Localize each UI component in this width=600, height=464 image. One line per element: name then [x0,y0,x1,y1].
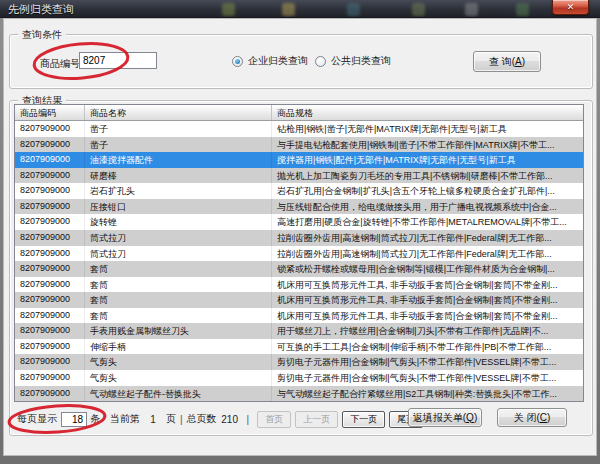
cell-code: 8207909000 [15,152,85,168]
table-row[interactable]: 8207909000油漆搅拌器配件搅拌器用|钢铁|配件|无部件|MATRIX牌|… [15,152,583,168]
table-row[interactable]: 8207909000筒式拉刀拉削齿圈外齿用|高速钢制|筒式拉刀|无工作部件|Fe… [15,246,583,262]
cell-code: 8207909000 [15,183,85,199]
product-code-input[interactable] [79,52,157,69]
radio-selected-icon[interactable] [232,56,243,67]
table-row[interactable]: 8207909000旋转锉高速打磨用|硬质合金|旋转锉|不带工作部件|METAL… [15,214,583,230]
table-row[interactable]: 8207909000套筒机床用可互换筒形元件工具, 非手动扳手套筒|合金钢制|套… [15,292,583,308]
background-app-icon [222,3,235,16]
cell-spec: 钻枪用|钢铁|凿子|无部件|MATRIX牌|无部件|无型号|新工具 [272,121,583,137]
table-row[interactable]: 8207909000套筒机床用可互换筒形元件工具, 非手动扳手套筒|合金钢制|套… [15,277,583,293]
close-button-label-end: ) [547,412,550,423]
dialog-body: 查询条件 商品编号 企业归类查询 公共归类查询 查 询(A) 查询结果 商品编码… [3,18,597,456]
next-page-button[interactable]: 下一页 [342,411,385,428]
table-body: 8207909000凿子钻枪用|钢铁|凿子|无部件|MATRIX牌|无部件|无型… [15,121,583,401]
table-row[interactable]: 8207909000凿子与手提电钻枪配套使用|钢铁制|凿子|不带工作部件|MAT… [15,137,583,153]
radio-unselected-icon[interactable] [315,56,326,67]
current-page-number: 1 [140,414,166,425]
total-pages-number: 210 [217,414,243,425]
background-app-icon [347,3,360,16]
titlebar: 先例归类查询 ✕ [0,0,600,18]
cell-name: 筒式拉刀 [85,246,272,262]
cell-name: 气剪头 [85,354,272,370]
page-size-input[interactable] [61,412,87,427]
close-dialog-button[interactable]: 关 闭(C) [497,408,567,427]
close-button-label: 关 闭( [514,412,540,423]
cell-code: 8207909000 [15,277,85,293]
cell-name: 套筒 [85,292,272,308]
radio-enterprise-query[interactable]: 企业归类查询 [232,54,308,68]
table-row[interactable]: 8207909000伸缩手柄可互换的手工工具|合金钢制|伸缩手柄|不带工作部件|… [15,339,583,355]
table-header-row: 商品编码 商品名称 商品规格 [15,105,583,121]
cell-spec: 剪切电子元器件用|合金钢制|气剪头|不带工作部件|VESSEL牌|不带工... [272,370,583,386]
search-button-label: 查 询( [489,56,515,67]
cell-spec: 机床用可互换筒形元件工具, 非手动扳手套筒|合金钢制|套筒|不带金刚... [272,308,583,324]
search-button-label-end: ) [522,56,525,67]
cell-code: 8207909000 [15,137,85,153]
cell-name: 研磨棒 [85,168,272,184]
current-page-label: 当前第 [110,412,140,426]
cell-code: 8207909000 [15,339,85,355]
window-title: 先例归类查询 [8,2,74,17]
cell-name: 油漆搅拌器配件 [85,152,272,168]
table-row[interactable]: 8207909000研磨棒抛光机上加工陶瓷剪刀毛坯的专用工具|不锈钢制|研磨棒|… [15,168,583,184]
cell-spec: 高速打磨用|硬质合金|旋转锉|不带工作部件|METALREMOVAL牌|不带工.… [272,214,583,230]
product-code-label: 商品编号 [40,57,80,71]
table-row[interactable]: 8207909000压接钳口与压线钳配合使用，给电缆做接头用，用于广播电视视频系… [15,199,583,215]
radio-public-label: 公共归类查询 [331,54,391,68]
cell-spec: 抛光机上加工陶瓷剪刀毛坯的专用工具|不锈钢制|研磨棒|不带工作部... [272,168,583,184]
cell-code: 8207909000 [15,199,85,215]
cell-spec: 岩石扩孔用|合金钢制|扩孔头|含五个牙轮上镶多粒硬质合金扩孔部件|... [272,183,583,199]
cell-name: 旋转锉 [85,214,272,230]
separator: | [180,414,183,425]
backfill-declaration-button[interactable]: 返填报关单(Q) [408,408,482,427]
table-row[interactable]: 8207909000气动螺丝起子配件-替换批头与气动螺丝起子配合拧紧螺丝用|S2… [15,386,583,402]
table-row[interactable]: 8207909000套筒机床用可互换筒形元件工具, 非手动扳手套筒|合金钢制|套… [15,308,583,324]
page-word: 页 [166,412,176,426]
cell-code: 8207909000 [15,230,85,246]
cell-spec: 机床用可互换筒形元件工具, 非手动扳手套筒|合金钢制|套筒|不带金刚... [272,292,583,308]
radio-enterprise-label: 企业归类查询 [248,54,308,68]
table-row[interactable]: 8207909000气剪头剪切电子元器件用|合金钢制|气剪头|不带工作部件|VE… [15,354,583,370]
page-size-unit: 条 [90,412,100,426]
prev-page-button[interactable]: 上一页 [295,411,338,428]
cell-name: 岩石扩孔头 [85,183,272,199]
cell-spec: 拉削齿圈外齿用|高速钢制|筒式拉刀|无工作部件|Federal牌|无工作部... [272,230,583,246]
dialog-window: 先例归类查询 ✕ 查询条件 商品编号 企业归类查询 公共归类查询 查 询(A) … [0,0,600,464]
search-button[interactable]: 查 询(A) [473,51,541,72]
column-header-spec[interactable]: 商品规格 [272,105,583,120]
radio-public-query[interactable]: 公共归类查询 [315,54,391,68]
first-page-button[interactable]: 首页 [257,411,291,428]
cell-spec: 机床用可互换筒形元件工具, 非手动扳手套筒|合金钢制|套筒|不带金刚... [272,277,583,293]
backfill-button-mnemonic: Q [466,412,474,423]
table-row[interactable]: 8207909000岩石扩孔头岩石扩孔用|合金钢制|扩孔头|含五个牙轮上镶多粒硬… [15,183,583,199]
background-app-icon [282,3,295,16]
cell-name: 筒式拉刀 [85,230,272,246]
cell-code: 8207909000 [15,386,85,402]
column-header-name[interactable]: 商品名称 [85,105,272,120]
cell-spec: 可互换的手工工具|合金钢制|伸缩手柄|不带工作部件|PB|不带工作部... [272,339,583,355]
query-group-title: 查询条件 [18,28,66,41]
cell-name: 压接钳口 [85,199,272,215]
table-row[interactable]: 8207909000筒式拉刀拉削齿圈外齿用|高速钢制|筒式拉刀|无工作部件|Fe… [15,230,583,246]
backfill-button-label-end: ) [474,412,477,423]
cell-spec: 用于螺丝刀上，拧螺丝用|合金钢制|刀头|不带有工作部件|无品牌|不... [272,323,583,339]
cell-spec: 锁紧或松开螺栓或螺母用|合金钢制等|锻模|工作部件材质为合金钢制|... [272,261,583,277]
cell-code: 8207909000 [15,121,85,137]
cell-name: 套筒 [85,277,272,293]
cell-name: 套筒 [85,261,272,277]
cell-name: 手表用贱金属制螺丝刀头 [85,323,272,339]
table-row[interactable]: 8207909000手表用贱金属制螺丝刀头用于螺丝刀上，拧螺丝用|合金钢制|刀头… [15,323,583,339]
column-header-code[interactable]: 商品编码 [15,105,85,120]
cell-code: 8207909000 [15,214,85,230]
background-app-icon [412,3,425,16]
separator: | [247,414,250,425]
cell-name: 气动螺丝起子配件-替换批头 [85,386,272,402]
cell-name: 凿子 [85,121,272,137]
pagination-bar: 每页显示 条 当前第 1 页 | 总页数 210 | 首页 上一页 下一页 尾页 [17,409,423,429]
query-conditions-group: 查询条件 商品编号 企业归类查询 公共归类查询 查 询(A) [9,34,593,89]
close-window-icon[interactable]: ✕ [552,0,589,15]
table-row[interactable]: 8207909000套筒锁紧或松开螺栓或螺母用|合金钢制等|锻模|工作部件材质为… [15,261,583,277]
table-row[interactable]: 8207909000气剪头剪切电子元器件用|合金钢制|气剪头|不带工作部件|VE… [15,370,583,386]
table-row[interactable]: 8207909000凿子钻枪用|钢铁|凿子|无部件|MATRIX牌|无部件|无型… [15,121,583,137]
background-app-icon [465,3,478,16]
